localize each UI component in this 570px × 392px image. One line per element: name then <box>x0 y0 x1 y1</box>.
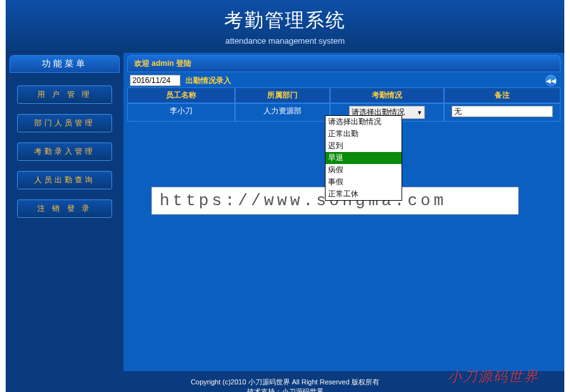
table-header-row: 员工名称 所属部门 考勤情况 备注 <box>127 87 560 103</box>
dropdown-option[interactable]: 请选择出勤情况 <box>326 116 402 128</box>
sidebar-item-user-mgmt[interactable]: 用 户 管 理 <box>17 85 112 104</box>
controls-row: 出勤情况录入 ◀◀ <box>127 73 560 87</box>
sidebar-item-attendance-query[interactable]: 人员出勤查询 <box>17 171 112 189</box>
remark-input[interactable] <box>452 106 553 117</box>
app-root: 考勤管理系统 attendance management system 功能菜单… <box>6 0 564 392</box>
dropdown-option[interactable]: 事假 <box>326 176 402 188</box>
sidebar-item-attendance-entry[interactable]: 考勤录入管理 <box>17 142 112 161</box>
date-input[interactable] <box>130 75 180 86</box>
td-remark <box>444 103 560 122</box>
footer-line2: 技术支持：小刀源码世界 <box>6 387 564 392</box>
th-name: 员工名称 <box>127 87 235 103</box>
nav-prev-button[interactable]: ◀◀ <box>545 75 557 86</box>
welcome-prefix: 欢迎 <box>134 59 149 68</box>
welcome-user: admin <box>151 59 174 68</box>
sidebar-item-dept-mgmt[interactable]: 部门人员管理 <box>17 114 112 132</box>
dropdown-option[interactable]: 正常工休 <box>326 188 402 200</box>
nav-prev-icon: ◀◀ <box>546 77 556 84</box>
footer: Copyright (c)2010 小刀源码世界 All Right Reser… <box>6 371 564 392</box>
footer-brand-mark: 小刀源码世界 <box>448 367 539 386</box>
status-dropdown: 请选择出勤情况正常出勤迟到早退病假事假正常工休 <box>325 115 402 201</box>
th-dept: 所属部门 <box>235 87 330 103</box>
entry-label: 出勤情况录入 <box>186 75 231 86</box>
welcome-bar: 欢迎 admin 登陆 <box>127 55 560 72</box>
dropdown-option[interactable]: 病假 <box>326 164 402 176</box>
sidebar: 功能菜单 用 户 管 理 部门人员管理 考勤录入管理 人员出勤查询 注 销 登 … <box>6 53 124 371</box>
app-title: 考勤管理系统 <box>6 8 564 34</box>
th-remark: 备注 <box>444 87 560 103</box>
chevron-down-icon: ▼ <box>417 110 422 116</box>
sidebar-heading: 功能菜单 <box>10 55 120 73</box>
app-subtitle: attendance management system <box>6 36 564 46</box>
dropdown-option[interactable]: 早退 <box>326 152 402 164</box>
sidebar-item-logout[interactable]: 注 销 登 录 <box>17 199 112 218</box>
td-dept: 人力资源部 <box>235 103 330 122</box>
dropdown-option[interactable]: 迟到 <box>326 140 402 152</box>
dropdown-option[interactable]: 正常出勤 <box>326 128 402 140</box>
welcome-suffix: 登陆 <box>176 59 191 68</box>
td-name: 李小刀 <box>127 103 235 122</box>
th-status: 考勤情况 <box>330 87 444 103</box>
app-header: 考勤管理系统 attendance management system <box>6 0 564 53</box>
